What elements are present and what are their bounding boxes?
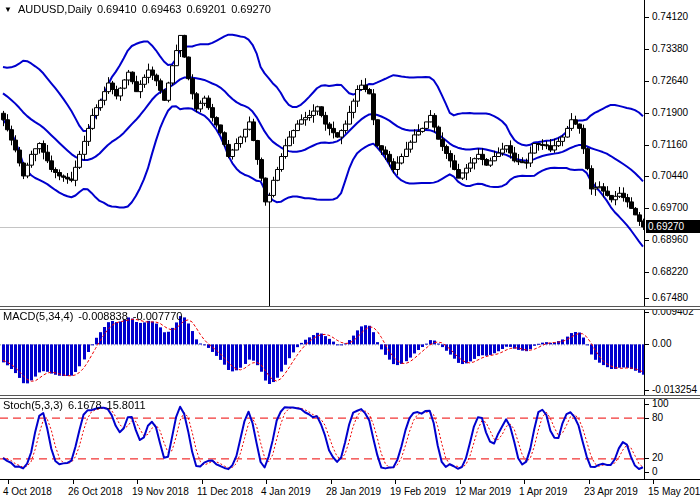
macd-tick-tick bbox=[645, 390, 649, 391]
stoch-tick-tick bbox=[645, 418, 649, 419]
stoch-tick-tick bbox=[645, 472, 649, 473]
time-tick bbox=[524, 480, 525, 484]
macd-panel-header: MACD(5,34,4)-0.008838-0.007770 bbox=[3, 310, 182, 322]
price-tick-label: 0.68960 bbox=[652, 234, 688, 245]
time-tick-label: 28 Jan 2019 bbox=[326, 486, 381, 497]
time-tick bbox=[589, 480, 590, 484]
low-value: 0.69201 bbox=[186, 3, 226, 15]
macd-indicator-label: MACD(5,34,4) bbox=[3, 310, 73, 322]
stoch-tick-label: 80 bbox=[652, 412, 663, 423]
time-axis[interactable]: 4 Oct 201826 Oct 201819 Nov 201811 Dec 2… bbox=[0, 479, 700, 500]
price-tick-tick bbox=[645, 113, 649, 114]
time-tick-label: 15 May 2019 bbox=[648, 486, 700, 497]
macd-tick-label: 0.00 bbox=[652, 338, 671, 349]
open-value: 0.69410 bbox=[97, 3, 137, 15]
collapse-indicator-icon[interactable]: ▼ bbox=[4, 5, 12, 14]
macd-signal-value: -0.007770 bbox=[133, 310, 183, 322]
price-tick-tick bbox=[645, 240, 649, 241]
price-tick-tick bbox=[645, 49, 649, 50]
time-tick-label: 11 Dec 2018 bbox=[197, 486, 253, 497]
price-tick-label: 0.71160 bbox=[652, 139, 687, 150]
time-tick bbox=[653, 480, 654, 484]
macd-tick-tick bbox=[645, 312, 649, 313]
stoch-tick-tick bbox=[645, 404, 649, 405]
time-tick bbox=[395, 480, 396, 484]
price-tick-tick bbox=[645, 272, 649, 273]
price-tick-label: 0.71900 bbox=[652, 107, 688, 118]
time-tick-label: 26 Oct 2018 bbox=[68, 486, 122, 497]
price-tick-tick bbox=[645, 17, 649, 18]
stoch-tick-label: 0 bbox=[652, 466, 658, 477]
time-tick-label: 19 Feb 2019 bbox=[390, 486, 446, 497]
price-tick-tick bbox=[645, 208, 649, 209]
time-tick-label: 1 Apr 2019 bbox=[519, 486, 567, 497]
price-tick-label: 0.73380 bbox=[652, 43, 688, 54]
macd-value: -0.008838 bbox=[78, 310, 128, 322]
high-value: 0.69463 bbox=[142, 3, 182, 15]
macd-tick-label: -0.013254 bbox=[652, 384, 697, 395]
price-tick-tick bbox=[645, 81, 649, 82]
price-tick-label: 0.67480 bbox=[652, 292, 688, 303]
time-tick bbox=[331, 480, 332, 484]
main-chart-header: ▼AUDUSD,Daily0.694100.694630.692010.6927… bbox=[4, 3, 271, 15]
price-tick-label: 0.74120 bbox=[652, 11, 688, 22]
time-tick-label: 19 Nov 2018 bbox=[132, 486, 189, 497]
stoch-value: 6.1678 bbox=[68, 399, 102, 411]
stoch-tick-label: 20 bbox=[652, 452, 663, 463]
time-tick bbox=[202, 480, 203, 484]
price-tick-tick bbox=[645, 176, 649, 177]
time-tick bbox=[137, 480, 138, 484]
time-tick bbox=[8, 480, 9, 484]
trading-chart-window: { "colors": { "background": "#ffffff", "… bbox=[0, 0, 700, 500]
stoch-signal-value: 15.8011 bbox=[107, 399, 146, 411]
close-value: 0.69270 bbox=[231, 3, 271, 15]
time-tick-label: 4 Jan 2019 bbox=[261, 486, 311, 497]
stoch-tick-tick bbox=[645, 458, 649, 459]
price-tick-tick bbox=[645, 298, 649, 299]
macd-tick-tick bbox=[645, 344, 649, 345]
price-tick-label: 0.70440 bbox=[652, 170, 688, 181]
price-tick-tick bbox=[645, 145, 649, 146]
time-tick bbox=[460, 480, 461, 484]
time-tick bbox=[266, 480, 267, 484]
stoch-indicator-label: Stoch(5,3,3) bbox=[3, 399, 63, 411]
time-tick-label: 12 Mar 2019 bbox=[455, 486, 511, 497]
time-tick-label: 4 Oct 2018 bbox=[3, 486, 52, 497]
stoch-tick-label: 100 bbox=[652, 398, 669, 409]
time-tick-label: 23 Apr 2019 bbox=[584, 486, 638, 497]
symbol-timeframe-label: AUDUSD,Daily bbox=[18, 3, 92, 15]
price-tick-label: 0.68220 bbox=[652, 266, 688, 277]
current-price-tag: 0.69270 bbox=[646, 220, 700, 233]
stoch-panel-header: Stoch(5,3,3)6.167815.8011 bbox=[3, 399, 146, 411]
price-tick-label: 0.69700 bbox=[652, 202, 688, 213]
price-tick-label: 0.72640 bbox=[652, 75, 688, 86]
price-axis[interactable]: 0.69270 0.741200.733800.726400.719000.71… bbox=[644, 0, 700, 479]
time-tick bbox=[73, 480, 74, 484]
